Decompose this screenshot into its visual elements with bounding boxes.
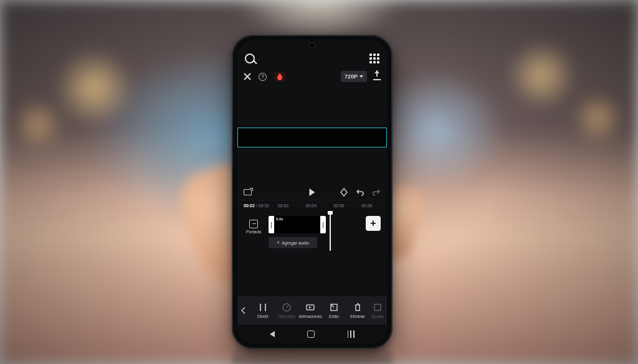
chevron-down-icon (359, 75, 363, 78)
video-clip[interactable]: | 5.0s | (269, 216, 326, 233)
editor-header: ? 720P (237, 68, 387, 85)
clip-handle-left[interactable]: | (269, 216, 274, 233)
add-audio-label: Agregar audio (282, 241, 309, 245)
tool-estilo[interactable]: Estilo (322, 302, 346, 319)
add-clip-button[interactable]: + (366, 216, 381, 231)
cover-icon (249, 220, 258, 228)
playhead[interactable] (330, 213, 331, 251)
animation-icon (305, 302, 315, 312)
export-icon[interactable] (373, 73, 381, 80)
timeline[interactable]: Portada | 5.0s | + + Agregar audio (237, 211, 387, 251)
ruler-tick: 00:06 (325, 203, 353, 208)
play-icon[interactable] (310, 189, 315, 196)
tool-label: Eliminar (350, 314, 364, 319)
close-icon[interactable] (244, 73, 251, 80)
svg-rect-2 (374, 304, 381, 310)
playback-controls (237, 185, 387, 200)
timeline-empty-area (237, 251, 387, 296)
nav-back-icon[interactable] (270, 331, 275, 337)
current-time: 00:02 (244, 203, 255, 208)
tool-eliminar[interactable]: Eliminar (346, 302, 369, 319)
clip-duration: 5.0s (276, 217, 283, 221)
tool-label: Dividir (257, 314, 269, 319)
clip-handle-right[interactable]: | (320, 216, 326, 233)
tool-label: Ajustar (371, 314, 384, 319)
tool-ajustar[interactable]: Ajustar (369, 302, 386, 319)
tool-velocidad[interactable]: Velocidad (275, 302, 298, 319)
tool-label: Velocidad (278, 314, 295, 319)
style-icon (329, 302, 339, 312)
tool-dividir[interactable]: Dividir (251, 302, 275, 319)
android-nav-bar (237, 325, 387, 343)
time-ruler[interactable]: 00:02 / 00:02 00:02 00:04 00:06 00:08 (237, 200, 387, 211)
app-grid-icon[interactable] (369, 54, 379, 63)
nav-recent-icon[interactable] (348, 330, 355, 338)
redo-icon[interactable] (372, 188, 381, 197)
clip-body[interactable]: 5.0s (274, 216, 320, 233)
delete-icon (353, 302, 363, 312)
selection-frame[interactable] (237, 128, 387, 147)
search-icon[interactable] (245, 54, 255, 63)
toolbar-back-icon[interactable] (237, 307, 250, 314)
bottom-toolbar: Dividir Velocidad Animaciones Estilo (237, 296, 387, 325)
tool-label: Estilo (329, 314, 339, 319)
pro-flame-icon[interactable] (274, 72, 285, 82)
plus-icon: + (370, 218, 376, 229)
cover-button[interactable]: Portada (244, 220, 264, 234)
resolution-label: 720P (345, 73, 358, 80)
cover-label: Portada (244, 230, 264, 234)
plus-icon: + (277, 240, 280, 246)
fullscreen-icon[interactable] (244, 189, 252, 195)
ruler-tick: 00:08 (353, 203, 381, 208)
preview-area[interactable] (237, 85, 387, 185)
app-top-bar (237, 49, 387, 68)
phone-screen: ? 720P (237, 40, 387, 343)
keyframe-icon[interactable] (340, 188, 348, 197)
ruler-tick: 00:04 (297, 203, 325, 208)
phone-body: ? 720P (232, 35, 393, 349)
split-icon (258, 302, 268, 312)
adjust-icon (373, 302, 383, 312)
tool-label: Animaciones (298, 314, 321, 319)
front-camera (309, 42, 315, 49)
nav-home-icon[interactable] (307, 330, 315, 338)
undo-icon[interactable] (356, 188, 364, 197)
clip-track: | 5.0s | (269, 216, 356, 233)
tool-animaciones[interactable]: Animaciones (298, 302, 322, 319)
ruler-tick: 00:02 (269, 203, 297, 208)
total-time: 00:02 (259, 203, 270, 208)
add-audio-button[interactable]: + Agregar audio (269, 237, 317, 248)
speed-icon (282, 302, 292, 312)
help-icon[interactable]: ? (259, 73, 267, 81)
resolution-selector[interactable]: 720P (341, 71, 367, 82)
